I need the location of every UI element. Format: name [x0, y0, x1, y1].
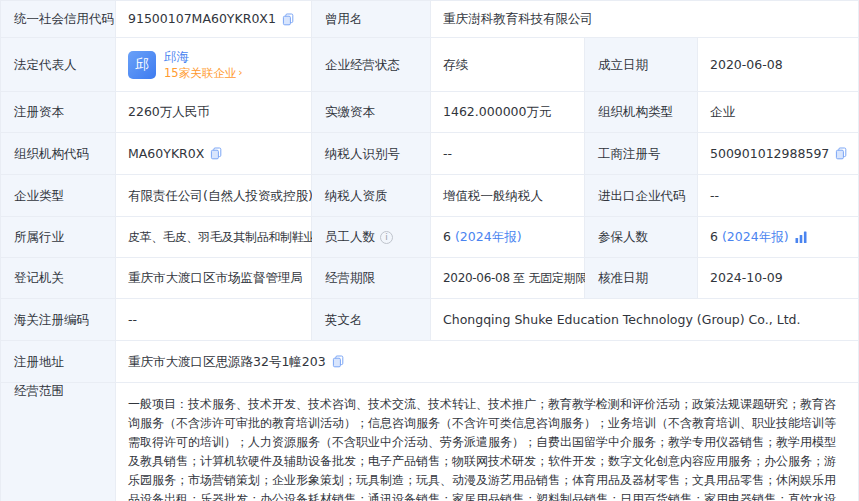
company-type-label: 企业类型 [1, 175, 116, 217]
info-grid: 统一社会信用代码 91500107MA60YKR0X1 曾用名 重庆澍科教育科技… [1, 1, 859, 501]
paid-capital-label: 实缴资本 [312, 92, 431, 133]
taxpayer-quality-value: 增值税一般纳税人 [431, 175, 585, 217]
related-companies-link[interactable]: 15家关联企业› [164, 66, 243, 80]
industry-label: 所属行业 [1, 217, 116, 258]
taxpayer-quality-label: 纳税人资质 [312, 175, 431, 217]
customs-code-label: 海关注册编码 [1, 299, 116, 341]
business-term-label: 经营期限 [312, 258, 431, 299]
trend-chart-icon[interactable] [795, 231, 808, 243]
establish-date-label: 成立日期 [585, 38, 698, 92]
status-label: 企业经营状态 [312, 38, 431, 92]
org-type-value: 企业 [698, 92, 859, 133]
registry-label: 登记机关 [1, 258, 116, 299]
reg-capital-value: 2260万人民币 [116, 92, 312, 133]
taxpayer-id-label: 纳税人识别号 [312, 133, 431, 175]
import-export-code-label: 进出口企业代码 [585, 175, 698, 217]
avatar[interactable]: 邱 [128, 51, 156, 79]
registry-value: 重庆市大渡口区市场监督管理局 [116, 258, 312, 299]
english-name-value: Chongqing Shuke Education Technology (Gr… [431, 299, 859, 341]
reg-number-value-cell: 500901012988597 [698, 133, 859, 175]
customs-code-value: -- [116, 299, 312, 341]
copy-icon[interactable] [332, 355, 344, 368]
business-scope-value: 一般项目：技术服务、技术开发、技术咨询、技术交流、技术转让、技术推广；教育教学检… [116, 383, 859, 501]
industry-value: 皮革、毛皮、羽毛及其制品和制鞋业 [116, 217, 312, 258]
credit-code-label: 统一社会信用代码 [1, 1, 116, 38]
employees-label: 员工人数 [325, 229, 375, 245]
org-type-label: 组织机构类型 [585, 92, 698, 133]
chevron-right-icon: › [238, 66, 242, 80]
company-type-value: 有限责任公司(自然人投资或控股) [116, 175, 312, 217]
reg-capital-label: 注册资本 [1, 92, 116, 133]
former-name-value: 重庆澍科教育科技有限公司 [431, 1, 859, 38]
insured-count: 6 [710, 229, 718, 245]
paid-capital-value: 1462.000000万元 [431, 92, 585, 133]
business-scope-label: 经营范围 [1, 383, 116, 501]
copy-icon[interactable] [282, 13, 294, 26]
business-term-value: 2020-06-08 至 无固定期限 [431, 258, 585, 299]
employees-value-cell: 6 (2024年报) [431, 217, 585, 258]
approval-date-label: 核准日期 [585, 258, 698, 299]
reg-number-label: 工商注册号 [585, 133, 698, 175]
address-label: 注册地址 [1, 341, 116, 383]
approval-date-value: 2024-10-09 [698, 258, 859, 299]
insured-annual-report-link[interactable]: (2024年报) [722, 229, 789, 245]
establish-date-value: 2020-06-08 [698, 38, 859, 92]
status-value: 存续 [431, 38, 585, 92]
insured-value-cell: 6 (2024年报) [698, 217, 859, 258]
employees-label-cell: 员工人数 i [312, 217, 431, 258]
english-name-label: 英文名 [312, 299, 431, 341]
copy-icon[interactable] [210, 147, 222, 160]
insured-label: 参保人数 [585, 217, 698, 258]
legal-rep-cell: 邱 邱海 15家关联企业› [116, 38, 312, 92]
company-registration-info-table: 企知道 企知道 企知道 企知道 企知道 企知道 统一社会信用代码 9150010… [0, 0, 859, 501]
copy-icon[interactable] [835, 147, 847, 160]
legal-rep-label: 法定代表人 [1, 38, 116, 92]
legal-rep-meta: 邱海 15家关联企业› [164, 49, 243, 81]
employees-count: 6 [443, 229, 451, 245]
address-value-cell: 重庆市大渡口区思源路32号1幢203 [116, 341, 859, 383]
employees-annual-report-link[interactable]: (2024年报) [455, 229, 522, 245]
credit-code-value-cell: 91500107MA60YKR0X1 [116, 1, 312, 38]
org-code-label: 组织机构代码 [1, 133, 116, 175]
org-code-value-cell: MA60YKR0X [116, 133, 312, 175]
related-companies-text: 15家关联企业 [164, 66, 236, 80]
taxpayer-id-value: -- [431, 133, 585, 175]
import-export-code-value: -- [698, 175, 859, 217]
former-name-label: 曾用名 [312, 1, 431, 38]
legal-rep-name-link[interactable]: 邱海 [164, 49, 243, 65]
info-icon[interactable]: i [380, 231, 393, 244]
org-code-value: MA60YKR0X [128, 146, 204, 162]
credit-code-value: 91500107MA60YKR0X1 [128, 11, 276, 27]
reg-number-value: 500901012988597 [710, 146, 829, 162]
address-value: 重庆市大渡口区思源路32号1幢203 [128, 354, 326, 370]
